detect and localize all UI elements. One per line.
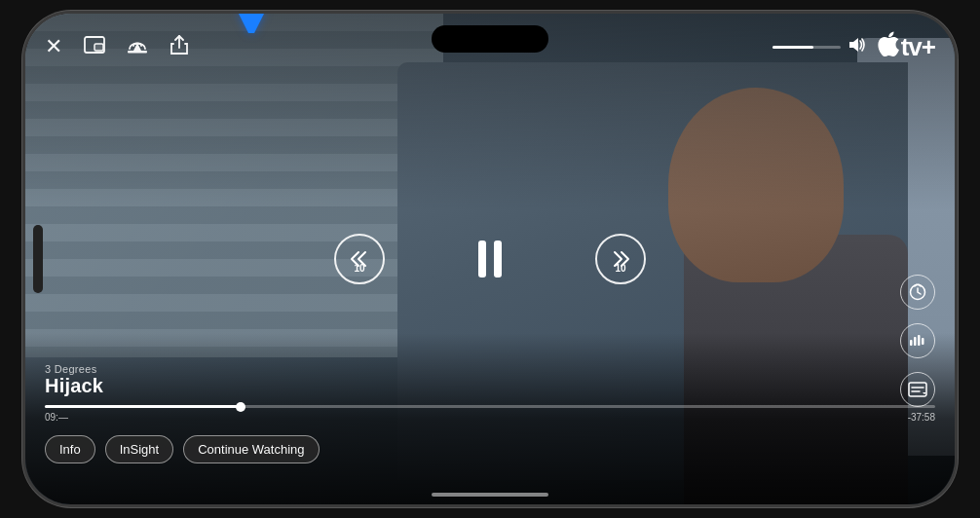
audio-button[interactable]: [900, 323, 935, 358]
time-row: 09:— -37:58: [45, 412, 935, 423]
tag-buttons: Info InSight Continue Watching: [45, 435, 320, 463]
pause-button[interactable]: [463, 232, 517, 286]
home-indicator: [432, 493, 548, 497]
info-tag-button[interactable]: Info: [45, 435, 95, 463]
pip-button[interactable]: [84, 36, 105, 58]
volume-fill: [773, 46, 813, 49]
svg-rect-9: [918, 335, 921, 346]
playback-speed-button[interactable]: [900, 275, 935, 310]
blue-arrow-indicator: [238, 11, 265, 37]
progress-fill: [45, 405, 241, 408]
appletv-logo: tv+: [878, 31, 935, 62]
appletv-plus-text: tv+: [901, 32, 935, 62]
center-controls: 10 10: [334, 232, 646, 286]
phone-frame: ✕: [22, 11, 958, 507]
rewind-button[interactable]: 10: [334, 234, 385, 284]
controls-overlay: ✕: [25, 14, 955, 504]
bottom-controls: 3 Degrees Hijack 09:— -37:58: [45, 363, 935, 426]
airplay-button[interactable]: [127, 35, 148, 59]
dynamic-island: [432, 25, 548, 53]
progress-area[interactable]: 09:— -37:58: [45, 405, 935, 423]
time-elapsed: 09:—: [45, 412, 68, 423]
show-title: Hijack: [45, 375, 935, 397]
pause-icon: [478, 240, 502, 278]
show-info: 3 Degrees Hijack: [45, 363, 935, 397]
top-right-controls: tv+: [773, 31, 935, 62]
camera-pill: [33, 225, 43, 293]
share-button[interactable]: [170, 34, 189, 60]
svg-rect-7: [910, 340, 913, 346]
progress-dot: [236, 402, 245, 412]
svg-rect-5: [128, 51, 147, 54]
time-remaining: -37:58: [908, 412, 935, 423]
progress-track[interactable]: [45, 405, 935, 408]
volume-up-button[interactable]: [22, 130, 24, 179]
apple-icon: [878, 31, 899, 62]
continue-watching-tag-button[interactable]: Continue Watching: [183, 435, 319, 463]
svg-rect-8: [914, 337, 917, 346]
volume-track: [773, 46, 841, 49]
insight-tag-button[interactable]: InSight: [105, 435, 173, 463]
power-button[interactable]: [956, 160, 958, 247]
rewind-seconds: 10: [354, 263, 364, 274]
top-left-controls: ✕: [45, 34, 189, 60]
show-subtitle: 3 Degrees: [45, 363, 935, 375]
volume-down-button[interactable]: [22, 194, 24, 262]
forward-button[interactable]: 10: [595, 234, 646, 284]
svg-rect-10: [922, 338, 924, 345]
svg-rect-3: [94, 44, 103, 51]
volume-control[interactable]: [773, 36, 866, 57]
forward-seconds: 10: [615, 263, 625, 274]
volume-icon: [847, 36, 866, 57]
phone-container: ✕: [0, 0, 980, 518]
close-button[interactable]: ✕: [45, 34, 62, 59]
